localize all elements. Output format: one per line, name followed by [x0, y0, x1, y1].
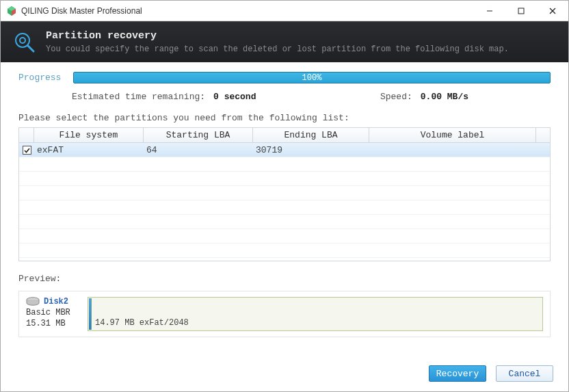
col-file-system[interactable]: File system — [34, 128, 144, 142]
svg-point-8 — [20, 38, 25, 43]
maximize-button[interactable] — [505, 1, 537, 21]
banner-heading: Partition recovery — [46, 30, 509, 42]
minimize-button[interactable] — [474, 1, 505, 21]
col-extra — [536, 128, 550, 142]
progress-row: Progress 100% — [18, 72, 551, 83]
row-checkbox[interactable] — [23, 146, 31, 155]
app-logo-icon — [6, 5, 17, 16]
eta-label: Estimated time remaining: — [72, 92, 205, 102]
table-row — [19, 172, 550, 186]
preview-box: Disk2 Basic MBR 15.31 MB 14.97 MB exFat/… — [18, 291, 551, 337]
table-row — [19, 186, 550, 200]
progress-label: Progress — [18, 73, 64, 83]
disk-segment[interactable] — [89, 298, 92, 330]
cell-ending-lba: 30719 — [253, 145, 369, 155]
speed-value: 0.00 MB/s — [421, 92, 468, 102]
svg-line-9 — [28, 46, 34, 51]
recovery-button[interactable]: Recovery — [429, 365, 486, 382]
cell-file-system: exFAT — [34, 145, 144, 155]
preview-label: Preview: — [18, 274, 551, 284]
footer: Recovery Cancel — [1, 356, 568, 391]
col-ending-lba[interactable]: Ending LBA — [253, 128, 369, 142]
list-prompt: Please select the partitions you need fr… — [18, 113, 551, 123]
table-row — [19, 244, 550, 258]
magnifier-disk-icon — [13, 31, 36, 54]
disk-segment-label: 14.97 MB exFat/2048 — [95, 318, 189, 328]
disk-name: Disk2 — [44, 297, 68, 306]
cell-starting-lba: 64 — [144, 145, 253, 155]
cancel-button[interactable]: Cancel — [496, 365, 553, 382]
progress-bar: 100% — [73, 72, 551, 83]
table-row — [19, 157, 550, 172]
disk-size: 15.31 MB — [26, 319, 78, 328]
page-banner: Partition recovery You could specify the… — [1, 21, 568, 62]
disk-icon — [26, 297, 40, 306]
close-button[interactable] — [537, 1, 568, 21]
table-row — [19, 215, 550, 229]
eta-value: 0 second — [213, 92, 256, 102]
window-title: QILING Disk Master Professional — [21, 6, 474, 16]
table-row[interactable]: exFAT 64 30719 — [19, 143, 550, 157]
disk-type: Basic MBR — [26, 308, 78, 317]
table-header: File system Starting LBA Ending LBA Volu… — [19, 128, 550, 143]
svg-rect-4 — [518, 8, 524, 14]
col-checkbox — [19, 128, 34, 142]
banner-subheading: You could specify the range to scan the … — [46, 44, 509, 54]
progress-percent: 100% — [74, 73, 550, 83]
titlebar: QILING Disk Master Professional — [1, 1, 568, 21]
col-starting-lba[interactable]: Starting LBA — [144, 128, 253, 142]
disk-map[interactable]: 14.97 MB exFat/2048 — [88, 297, 543, 331]
main-content: Progress 100% Estimated time remaining: … — [1, 62, 568, 356]
partition-table: File system Starting LBA Ending LBA Volu… — [18, 127, 551, 261]
disk-info: Disk2 Basic MBR 15.31 MB — [26, 297, 78, 331]
table-row — [19, 229, 550, 244]
speed-label: Speed: — [380, 92, 412, 102]
col-volume-label[interactable]: Volume label — [369, 128, 536, 142]
table-row — [19, 200, 550, 215]
table-body[interactable]: exFAT 64 30719 — [19, 143, 550, 261]
stats-row: Estimated time remaining: 0 second Speed… — [18, 92, 551, 102]
